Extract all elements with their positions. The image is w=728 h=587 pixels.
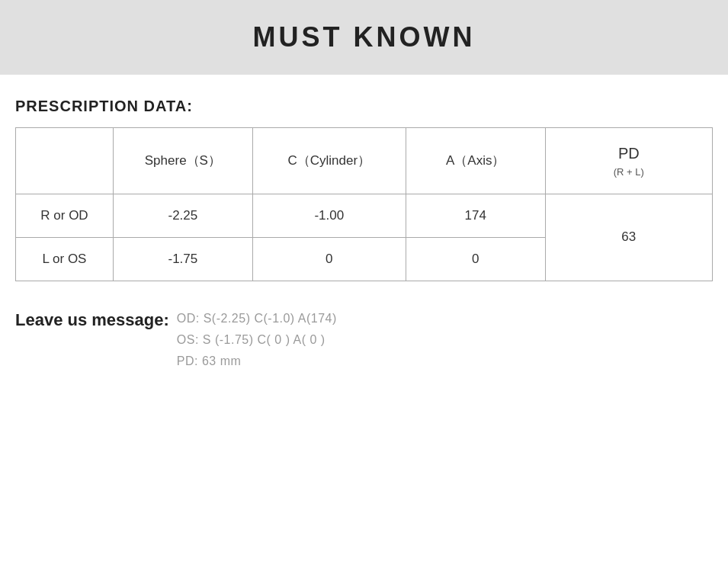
message-section: Leave us message: OD: S(-2.25) C(-1.0) A… (15, 309, 713, 368)
od-cylinder: -1.00 (252, 194, 406, 237)
col-header-sphere: Sphere（S） (113, 128, 252, 194)
row-label-od: R or OD (16, 194, 114, 237)
page-title: MUST KNOWN (0, 21, 728, 53)
od-sphere: -2.25 (113, 194, 252, 237)
row-label-os: L or OS (16, 237, 114, 281)
message-line-pd: PD: 63 mm (177, 354, 337, 368)
os-cylinder: 0 (252, 237, 406, 281)
section-label: PRESCRIPTION DATA: (15, 98, 713, 115)
header-banner: MUST KNOWN (0, 0, 728, 75)
od-axis: 174 (406, 194, 545, 237)
table-header-row: Sphere（S） C（Cylinder） A（Axis） PD (R + L) (16, 128, 713, 194)
os-sphere: -1.75 (113, 237, 252, 281)
table-row: R or OD -2.25 -1.00 174 63 (16, 194, 713, 237)
message-line-os: OS: S (-1.75) C( 0 ) A( 0 ) (177, 333, 337, 347)
message-lines: OD: S(-2.25) C(-1.0) A(174) OS: S (-1.75… (177, 309, 337, 368)
pd-value: 63 (545, 194, 712, 281)
col-header-cylinder: C（Cylinder） (252, 128, 406, 194)
prescription-table: Sphere（S） C（Cylinder） A（Axis） PD (R + L)… (15, 127, 713, 281)
message-label: Leave us message: (15, 309, 169, 330)
message-line-od: OD: S(-2.25) C(-1.0) A(174) (177, 312, 337, 326)
main-content: PRESCRIPTION DATA: Sphere（S） C（Cylinder）… (0, 98, 728, 368)
col-header-empty (16, 128, 114, 194)
os-axis: 0 (406, 237, 545, 281)
col-header-pd: PD (R + L) (545, 128, 712, 194)
col-header-axis: A（Axis） (406, 128, 545, 194)
